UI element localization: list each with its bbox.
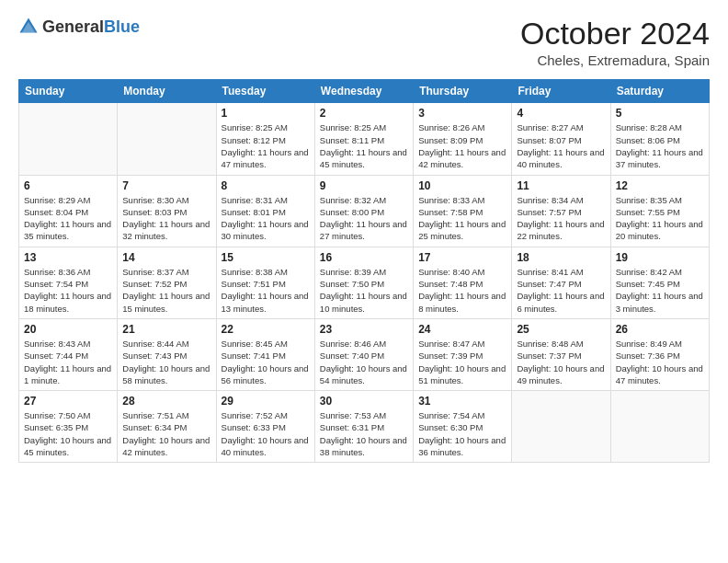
calendar-cell: 19Sunrise: 8:42 AM Sunset: 7:45 PM Dayli… (610, 247, 709, 318)
calendar-cell: 20Sunrise: 8:43 AM Sunset: 7:44 PM Dayli… (19, 318, 118, 390)
day-number: 11 (517, 179, 605, 192)
day-number: 12 (616, 179, 704, 192)
day-number: 15 (222, 251, 310, 264)
day-number: 31 (418, 395, 506, 408)
day-info: Sunrise: 8:38 AM Sunset: 7:51 PM Dayligh… (222, 266, 310, 315)
calendar-week-row: 13Sunrise: 8:36 AM Sunset: 7:54 PM Dayli… (19, 247, 710, 318)
calendar-cell: 1Sunrise: 8:25 AM Sunset: 8:12 PM Daylig… (216, 103, 314, 175)
calendar-cell (610, 391, 709, 463)
day-info: Sunrise: 8:45 AM Sunset: 7:41 PM Dayligh… (222, 338, 310, 386)
calendar-cell (19, 103, 118, 175)
calendar-cell: 17Sunrise: 8:40 AM Sunset: 7:48 PM Dayli… (414, 247, 512, 318)
calendar-cell: 27Sunrise: 7:50 AM Sunset: 6:35 PM Dayli… (19, 391, 118, 463)
calendar-cell: 25Sunrise: 8:48 AM Sunset: 7:37 PM Dayli… (512, 318, 610, 390)
day-number: 2 (320, 107, 408, 120)
day-number: 3 (418, 107, 506, 120)
day-info: Sunrise: 8:33 AM Sunset: 7:58 PM Dayligh… (418, 194, 506, 243)
day-info: Sunrise: 8:25 AM Sunset: 8:11 PM Dayligh… (320, 121, 408, 170)
day-info: Sunrise: 8:29 AM Sunset: 8:04 PM Dayligh… (24, 194, 112, 243)
day-info: Sunrise: 8:40 AM Sunset: 7:48 PM Dayligh… (418, 266, 506, 315)
calendar-cell: 5Sunrise: 8:28 AM Sunset: 8:06 PM Daylig… (610, 103, 709, 175)
calendar-day-header: Wednesday (314, 80, 413, 103)
day-number: 29 (222, 395, 310, 408)
calendar-cell: 9Sunrise: 8:32 AM Sunset: 8:00 PM Daylig… (314, 175, 413, 247)
day-info: Sunrise: 8:41 AM Sunset: 7:47 PM Dayligh… (517, 266, 605, 315)
day-number: 5 (616, 107, 704, 120)
calendar-cell: 12Sunrise: 8:35 AM Sunset: 7:55 PM Dayli… (610, 175, 709, 247)
subtitle: Cheles, Extremadura, Spain (520, 52, 710, 68)
calendar-cell: 16Sunrise: 8:39 AM Sunset: 7:50 PM Dayli… (314, 247, 413, 318)
calendar-week-row: 6Sunrise: 8:29 AM Sunset: 8:04 PM Daylig… (19, 175, 710, 247)
day-number: 14 (122, 251, 210, 264)
calendar-cell: 22Sunrise: 8:45 AM Sunset: 7:41 PM Dayli… (216, 318, 314, 390)
calendar-cell: 10Sunrise: 8:33 AM Sunset: 7:58 PM Dayli… (414, 175, 512, 247)
day-info: Sunrise: 8:48 AM Sunset: 7:37 PM Dayligh… (517, 338, 605, 386)
day-info: Sunrise: 8:47 AM Sunset: 7:39 PM Dayligh… (418, 338, 506, 386)
calendar-cell: 18Sunrise: 8:41 AM Sunset: 7:47 PM Dayli… (512, 247, 610, 318)
day-number: 17 (418, 251, 506, 264)
logo-text-blue: Blue (104, 17, 140, 36)
calendar-cell: 21Sunrise: 8:44 AM Sunset: 7:43 PM Dayli… (118, 318, 216, 390)
day-number: 21 (122, 323, 210, 336)
day-number: 27 (24, 395, 112, 408)
day-info: Sunrise: 8:44 AM Sunset: 7:43 PM Dayligh… (122, 338, 210, 386)
day-info: Sunrise: 8:31 AM Sunset: 8:01 PM Dayligh… (222, 194, 310, 243)
main-title: October 2024 (520, 17, 710, 51)
day-info: Sunrise: 8:37 AM Sunset: 7:52 PM Dayligh… (122, 266, 210, 315)
calendar-day-header: Friday (512, 80, 610, 103)
day-info: Sunrise: 8:30 AM Sunset: 8:03 PM Dayligh… (122, 194, 210, 243)
calendar-cell: 24Sunrise: 8:47 AM Sunset: 7:39 PM Dayli… (414, 318, 512, 390)
day-info: Sunrise: 8:27 AM Sunset: 8:07 PM Dayligh… (517, 121, 605, 170)
calendar-day-header: Tuesday (216, 80, 314, 103)
day-info: Sunrise: 8:49 AM Sunset: 7:36 PM Dayligh… (616, 338, 704, 386)
calendar-cell: 26Sunrise: 8:49 AM Sunset: 7:36 PM Dayli… (610, 318, 709, 390)
day-number: 10 (418, 179, 506, 192)
day-info: Sunrise: 8:46 AM Sunset: 7:40 PM Dayligh… (320, 338, 408, 386)
calendar-cell: 8Sunrise: 8:31 AM Sunset: 8:01 PM Daylig… (216, 175, 314, 247)
day-number: 7 (122, 179, 210, 192)
calendar-day-header: Sunday (19, 80, 118, 103)
day-number: 1 (222, 107, 310, 120)
day-number: 30 (320, 395, 408, 408)
day-info: Sunrise: 7:50 AM Sunset: 6:35 PM Dayligh… (24, 409, 112, 458)
calendar-cell: 31Sunrise: 7:54 AM Sunset: 6:30 PM Dayli… (414, 391, 512, 463)
day-info: Sunrise: 7:51 AM Sunset: 6:34 PM Dayligh… (122, 409, 210, 458)
day-info: Sunrise: 8:43 AM Sunset: 7:44 PM Dayligh… (24, 338, 112, 386)
day-number: 23 (320, 323, 408, 336)
day-number: 6 (24, 179, 112, 192)
logo-icon (18, 17, 39, 37)
title-block: October 2024 Cheles, Extremadura, Spain (520, 17, 710, 68)
day-number: 9 (320, 179, 408, 192)
calendar-header-row: SundayMondayTuesdayWednesdayThursdayFrid… (19, 80, 710, 103)
calendar-cell: 23Sunrise: 8:46 AM Sunset: 7:40 PM Dayli… (314, 318, 413, 390)
calendar-day-header: Monday (118, 80, 216, 103)
day-number: 4 (517, 107, 605, 120)
day-number: 24 (418, 323, 506, 336)
day-info: Sunrise: 8:35 AM Sunset: 7:55 PM Dayligh… (616, 194, 704, 243)
calendar-week-row: 20Sunrise: 8:43 AM Sunset: 7:44 PM Dayli… (19, 318, 710, 390)
calendar-cell: 6Sunrise: 8:29 AM Sunset: 8:04 PM Daylig… (19, 175, 118, 247)
calendar-cell: 13Sunrise: 8:36 AM Sunset: 7:54 PM Dayli… (19, 247, 118, 318)
day-info: Sunrise: 8:32 AM Sunset: 8:00 PM Dayligh… (320, 194, 408, 243)
day-number: 22 (222, 323, 310, 336)
day-info: Sunrise: 8:36 AM Sunset: 7:54 PM Dayligh… (24, 266, 112, 315)
calendar-week-row: 27Sunrise: 7:50 AM Sunset: 6:35 PM Dayli… (19, 391, 710, 463)
calendar-day-header: Thursday (414, 80, 512, 103)
day-info: Sunrise: 7:54 AM Sunset: 6:30 PM Dayligh… (418, 409, 506, 458)
day-info: Sunrise: 8:25 AM Sunset: 8:12 PM Dayligh… (222, 121, 310, 170)
calendar-cell: 4Sunrise: 8:27 AM Sunset: 8:07 PM Daylig… (512, 103, 610, 175)
calendar-cell: 28Sunrise: 7:51 AM Sunset: 6:34 PM Dayli… (118, 391, 216, 463)
day-number: 28 (122, 395, 210, 408)
calendar-cell: 2Sunrise: 8:25 AM Sunset: 8:11 PM Daylig… (314, 103, 413, 175)
calendar-week-row: 1Sunrise: 8:25 AM Sunset: 8:12 PM Daylig… (19, 103, 710, 175)
day-number: 8 (222, 179, 310, 192)
calendar-cell (512, 391, 610, 463)
calendar-cell (118, 103, 216, 175)
calendar-cell: 15Sunrise: 8:38 AM Sunset: 7:51 PM Dayli… (216, 247, 314, 318)
calendar-cell: 7Sunrise: 8:30 AM Sunset: 8:03 PM Daylig… (118, 175, 216, 247)
logo: GeneralBlue (18, 17, 140, 37)
day-number: 18 (517, 251, 605, 264)
calendar-cell: 3Sunrise: 8:26 AM Sunset: 8:09 PM Daylig… (414, 103, 512, 175)
header: GeneralBlue October 2024 Cheles, Extrema… (18, 17, 710, 68)
calendar-cell: 30Sunrise: 7:53 AM Sunset: 6:31 PM Dayli… (314, 391, 413, 463)
